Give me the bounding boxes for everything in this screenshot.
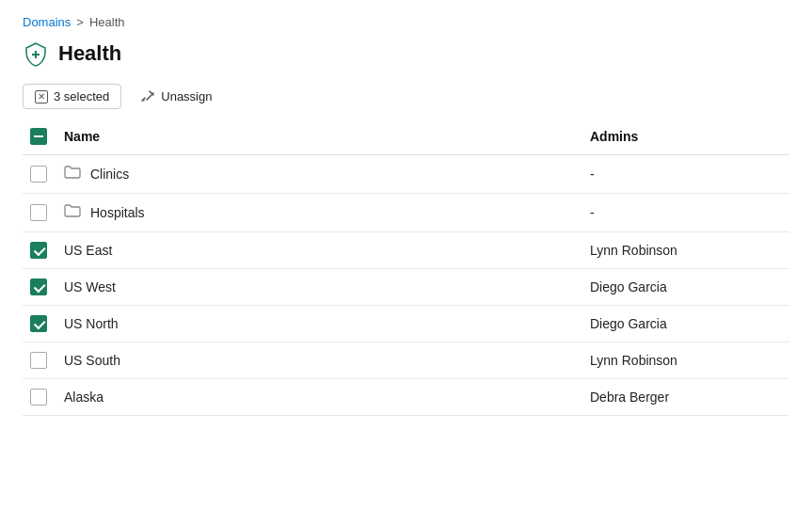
table-row: Hospitals- [23, 194, 789, 232]
row-admins-cell: Debra Berger [582, 379, 789, 416]
row-checkbox-cell[interactable] [23, 194, 56, 232]
selected-count-button[interactable]: ✕ 3 selected [23, 84, 121, 109]
row-name-text: US East [64, 243, 112, 258]
row-name-cell: US West [56, 269, 582, 306]
unassign-button[interactable]: Unassign [129, 85, 223, 109]
name-column-header: Name [56, 119, 582, 155]
domains-table: Name Admins Clinics-Hospitals-US EastLyn… [23, 119, 789, 416]
clear-selection-icon: ✕ [35, 90, 48, 103]
breadcrumb-domains-link[interactable]: Domains [23, 15, 71, 29]
row-checkbox-cell[interactable] [23, 269, 56, 306]
breadcrumb: Domains > Health [23, 15, 789, 29]
row-name-cell: Alaska [56, 379, 582, 416]
row-admins-cell: - [582, 155, 789, 194]
row-checkbox-cell[interactable] [23, 155, 56, 194]
row-name-text: Clinics [90, 167, 129, 182]
select-all-header[interactable] [23, 119, 56, 155]
row-name-text: Hospitals [90, 205, 145, 220]
admins-column-header: Admins [582, 119, 789, 155]
page-header: Health [23, 40, 789, 67]
row-admins-cell: Diego Garcia [582, 306, 789, 342]
page-title: Health [58, 41, 121, 66]
row-checkbox[interactable] [30, 166, 47, 183]
unassign-icon [140, 89, 155, 104]
select-all-checkbox[interactable] [30, 128, 47, 145]
folder-icon [64, 165, 81, 183]
row-name-text: US South [64, 353, 120, 368]
health-domain-icon [23, 40, 49, 67]
row-name-cell: US South [56, 342, 582, 379]
row-name-cell: Clinics [56, 155, 582, 194]
row-name-text: US North [64, 316, 119, 331]
row-checkbox-cell[interactable] [23, 342, 56, 379]
table-row: US SouthLynn Robinson [23, 342, 789, 379]
row-checkbox[interactable] [30, 389, 47, 406]
table-row: US EastLynn Robinson [23, 232, 789, 269]
row-checkbox-cell[interactable] [23, 306, 56, 342]
row-admins-cell: Lynn Robinson [582, 342, 789, 379]
row-name-cell: US East [56, 232, 582, 269]
table-row: US NorthDiego Garcia [23, 306, 789, 342]
row-admins-cell: Diego Garcia [582, 269, 789, 306]
row-admins-cell: - [582, 194, 789, 232]
table-header-row: Name Admins [23, 119, 789, 155]
row-checkbox[interactable] [30, 278, 47, 295]
breadcrumb-separator: > [76, 15, 84, 29]
row-checkbox[interactable] [30, 352, 47, 369]
row-name-text: US West [64, 279, 116, 294]
row-checkbox[interactable] [30, 242, 47, 259]
row-checkbox-cell[interactable] [23, 232, 56, 269]
table-row: US WestDiego Garcia [23, 269, 789, 306]
selected-count-label: 3 selected [54, 89, 109, 103]
row-name-cell: US North [56, 306, 582, 342]
folder-icon [64, 203, 81, 222]
row-admins-cell: Lynn Robinson [582, 232, 789, 269]
table-row: AlaskaDebra Berger [23, 379, 789, 416]
row-name-cell: Hospitals [56, 194, 582, 232]
breadcrumb-current: Health [89, 15, 125, 29]
unassign-label: Unassign [161, 89, 212, 103]
row-checkbox[interactable] [30, 204, 47, 221]
row-checkbox-cell[interactable] [23, 379, 56, 416]
table-row: Clinics- [23, 155, 789, 194]
row-checkbox[interactable] [30, 315, 47, 332]
toolbar: ✕ 3 selected Unassign [23, 84, 789, 119]
row-name-text: Alaska [64, 390, 103, 405]
